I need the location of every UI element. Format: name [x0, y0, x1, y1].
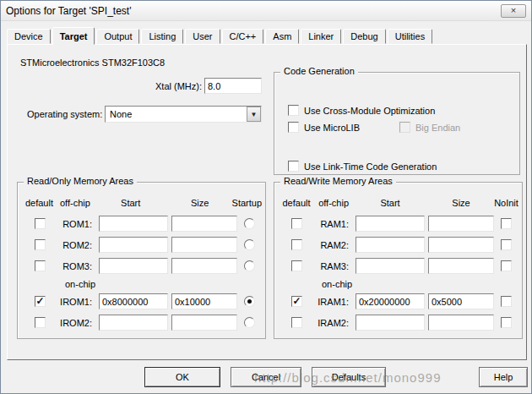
- iram1-label: IRAM1:: [313, 297, 356, 307]
- options-for-target-dialog: Options for Target 'SPI_test' × DeviceTa…: [0, 0, 532, 394]
- use-microlib-checkbox[interactable]: [288, 122, 299, 133]
- ram1-label: RAM1:: [313, 219, 356, 229]
- cancel-button[interactable]: Cancel: [231, 367, 301, 387]
- ok-button[interactable]: OK: [144, 367, 220, 387]
- rom1-default-checkbox[interactable]: [35, 218, 46, 229]
- ram-table: defaultoff-chipStartSizeNoInitRAM1:RAM2:…: [274, 198, 522, 331]
- irom1-size-input[interactable]: [171, 293, 237, 309]
- ram3-start-input[interactable]: [356, 258, 425, 274]
- column-header-start: Start: [356, 198, 425, 209]
- ram1-default-checkbox[interactable]: [291, 218, 302, 229]
- irom1-default-checkbox[interactable]: [35, 296, 46, 307]
- irom1-start-input[interactable]: [99, 293, 168, 309]
- onchip-label: on-chip: [65, 279, 265, 290]
- column-header-offchip: off-chip: [313, 198, 356, 209]
- rom3-label: ROM3:: [57, 261, 99, 271]
- iram2-noinit-checkbox[interactable]: [501, 317, 512, 328]
- xtal-input[interactable]: [204, 78, 262, 94]
- ram2-size-input[interactable]: [428, 237, 494, 253]
- rom2-start-input[interactable]: [99, 237, 168, 253]
- rom1-size-input[interactable]: [171, 216, 237, 232]
- rom2-size-input[interactable]: [171, 237, 237, 253]
- column-header-startup: Startup: [232, 198, 262, 209]
- rom3-startup-radio[interactable]: [244, 260, 255, 271]
- big-endian-label: Big Endian: [415, 123, 460, 133]
- operating-system-label: Operating system:: [27, 109, 102, 119]
- rom1-startup-radio[interactable]: [244, 218, 255, 229]
- ram3-row: RAM3:: [280, 258, 518, 274]
- rom2-default-checkbox[interactable]: [35, 239, 46, 250]
- iram1-default-checkbox[interactable]: [291, 296, 302, 307]
- device-label: STMicroelectronics STM32F103C8: [20, 57, 165, 68]
- microlib-row[interactable]: Use MicroLIB: [288, 122, 360, 133]
- ram2-default-checkbox[interactable]: [291, 239, 302, 250]
- tab-device[interactable]: Device: [7, 29, 51, 44]
- tab-user[interactable]: User: [185, 29, 220, 44]
- ram2-noinit-checkbox[interactable]: [501, 239, 512, 250]
- rom2-startup-radio[interactable]: [244, 239, 255, 250]
- tab-target[interactable]: Target: [52, 27, 95, 45]
- use-cross-module-label: Use Cross-Module Optimization: [304, 106, 435, 116]
- rom1-start-input[interactable]: [99, 216, 168, 232]
- ram2-start-input[interactable]: [356, 237, 425, 253]
- big-endian-checkbox: [399, 122, 410, 133]
- ram2-row: RAM2:: [280, 237, 518, 253]
- ram1-row: RAM1:: [280, 216, 518, 232]
- use-link-time-checkbox[interactable]: [288, 161, 299, 172]
- tab-cc[interactable]: C/C++: [222, 29, 264, 44]
- ram3-default-checkbox[interactable]: [291, 260, 302, 271]
- ram3-size-input[interactable]: [428, 258, 494, 274]
- tab-utilities[interactable]: Utilities: [388, 29, 432, 44]
- rom3-default-checkbox[interactable]: [35, 260, 46, 271]
- iram2-default-checkbox[interactable]: [291, 317, 302, 328]
- iram2-label: IRAM2:: [313, 318, 356, 328]
- use-microlib-label: Use MicroLIB: [304, 123, 360, 133]
- irom2-start-input[interactable]: [99, 315, 168, 331]
- ram2-label: RAM2:: [313, 240, 356, 250]
- read-only-memory-title: Read/Only Memory Areas: [24, 176, 137, 186]
- rom-table: defaultoff-chipStartSizeStartupROM1:ROM2…: [18, 198, 265, 331]
- irom1-startup-radio[interactable]: [244, 296, 255, 307]
- column-header-start: Start: [97, 198, 165, 209]
- irom2-size-input[interactable]: [171, 315, 237, 331]
- operating-system-select[interactable]: None ▼: [105, 106, 262, 123]
- chevron-down-icon: ▼: [247, 107, 261, 122]
- xtal-label: Xtal (MHz):: [134, 81, 202, 91]
- read-write-memory-title: Read/Write Memory Areas: [280, 176, 396, 186]
- rom3-size-input[interactable]: [171, 258, 237, 274]
- iram1-size-input[interactable]: [428, 293, 494, 309]
- iram2-start-input[interactable]: [356, 315, 425, 331]
- irom2-startup-radio[interactable]: [244, 317, 255, 328]
- iram2-size-input[interactable]: [428, 315, 494, 331]
- close-icon: ×: [511, 6, 516, 15]
- irom2-row: IROM2:: [23, 315, 262, 331]
- target-tab-page: STMicroelectronics STM32F103C8 Xtal (MHz…: [7, 44, 527, 360]
- link-time-row[interactable]: Use Link-Time Code Generation: [288, 161, 437, 172]
- tab-asm[interactable]: Asm: [265, 29, 299, 44]
- irom2-default-checkbox[interactable]: [35, 317, 46, 328]
- window-title: Options for Target 'SPI_test': [6, 5, 501, 17]
- big-endian-row: Big Endian: [399, 122, 460, 133]
- cross-module-row[interactable]: Use Cross-Module Optimization: [288, 105, 435, 116]
- rom1-row: ROM1:: [23, 216, 262, 232]
- tab-output[interactable]: Output: [96, 29, 139, 44]
- rom2-label: ROM2:: [57, 240, 99, 250]
- rom3-start-input[interactable]: [99, 258, 168, 274]
- titlebar: Options for Target 'SPI_test' ×: [1, 1, 531, 21]
- close-button[interactable]: ×: [501, 4, 526, 18]
- operating-system-value: None: [106, 109, 247, 119]
- defaults-button[interactable]: Defaults: [312, 367, 386, 387]
- tab-debug[interactable]: Debug: [343, 29, 385, 44]
- ram1-size-input[interactable]: [428, 216, 494, 232]
- code-generation-title: Code Generation: [280, 66, 358, 76]
- ram1-start-input[interactable]: [356, 216, 425, 232]
- tab-strip: DeviceTargetOutputListingUserC/C++AsmLin…: [7, 27, 434, 45]
- tab-listing[interactable]: Listing: [141, 29, 183, 44]
- tab-linker[interactable]: Linker: [301, 29, 341, 44]
- iram1-noinit-checkbox[interactable]: [501, 296, 512, 307]
- use-cross-module-checkbox[interactable]: [288, 105, 299, 116]
- ram1-noinit-checkbox[interactable]: [501, 218, 512, 229]
- help-button[interactable]: Help: [479, 367, 528, 387]
- ram3-noinit-checkbox[interactable]: [501, 260, 512, 271]
- iram1-start-input[interactable]: [356, 293, 425, 309]
